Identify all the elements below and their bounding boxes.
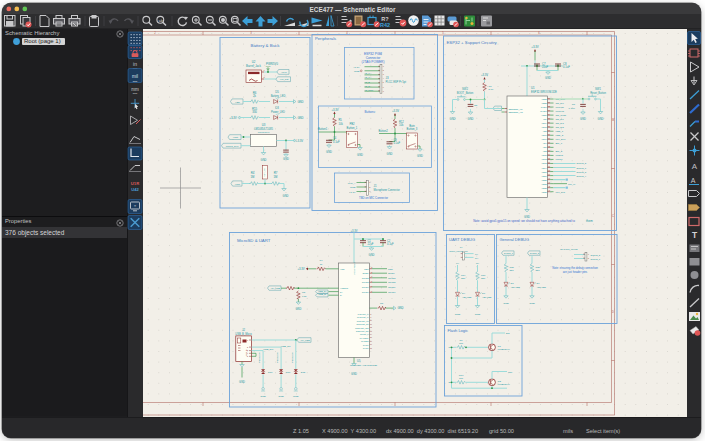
svg-text:C7: C7	[542, 61, 546, 65]
svg-text:IO14: IO14	[542, 166, 548, 168]
svg-text:GND: GND	[387, 151, 393, 155]
svg-text:ESP32-WROOM-32E: ESP32-WROOM-32E	[531, 89, 557, 93]
svg-text:+3.3V: +3.3V	[351, 228, 358, 232]
svg-text:D12: D12	[301, 370, 306, 373]
svg-text:RX: RX	[476, 262, 480, 264]
svg-text:D-: D-	[340, 294, 343, 296]
svg-text:Btn_1: Btn_1	[556, 142, 563, 145]
svg-text:NC: NC	[543, 118, 547, 120]
svg-text:VREGIN: VREGIN	[340, 287, 348, 289]
svg-text:IO16: IO16	[542, 138, 548, 140]
svg-text:RX: RX	[475, 256, 479, 258]
svg-text:Mic_CLK: Mic_CLK	[556, 138, 566, 141]
svg-text:C8: C8	[563, 61, 567, 65]
svg-text:GND: GND	[468, 117, 474, 121]
svg-text:General DEBUG: General DEBUG	[500, 236, 530, 241]
svg-text:▬▬: ▬▬	[133, 92, 138, 94]
svg-text:≡: ≡	[134, 204, 136, 208]
svg-text:are just header pins: are just header pins	[563, 269, 588, 273]
svg-text:SD_D1: SD_D1	[556, 118, 565, 121]
svg-text:U3: U3	[262, 123, 266, 127]
svg-text:GND: GND	[450, 117, 456, 121]
svg-text:GND: GND	[283, 194, 289, 198]
svg-text:GPIO1: GPIO1	[388, 285, 396, 288]
svg-text:GND: GND	[354, 69, 360, 72]
svg-text:+5V0: +5V0	[281, 70, 288, 73]
svg-text:10k: 10k	[339, 121, 344, 125]
svg-text:IO22: IO22	[542, 102, 548, 104]
svg-text:GPIO2: GPIO2	[388, 281, 396, 284]
svg-text:+3.3V: +3.3V	[296, 138, 304, 142]
svg-text:GND: GND	[297, 99, 303, 103]
svg-text:EN: EN	[506, 332, 510, 335]
svg-text:RST: RST	[388, 267, 393, 270]
svg-text:+3.3V: +3.3V	[297, 266, 304, 270]
svg-text:+3.3V: +3.3V	[531, 45, 539, 49]
svg-text:USB_B_Micro: USB_B_Micro	[235, 331, 252, 335]
svg-text:GND: GND	[475, 312, 481, 315]
svg-text:C9: C9	[394, 137, 398, 141]
svg-text:1: 1	[371, 279, 372, 281]
svg-text:IO27: IO27	[542, 170, 548, 172]
svg-text:GND: GND	[397, 306, 403, 310]
svg-text:Vbat: Vbat	[233, 135, 238, 138]
svg-text:WAKEUP: WAKEUP	[360, 336, 370, 338]
svg-text:+3.3V: +3.3V	[392, 109, 399, 113]
svg-text:R27: R27	[510, 265, 515, 268]
svg-text:0.1uF: 0.1uF	[394, 141, 401, 145]
svg-text:SUSP: SUSP	[363, 272, 369, 274]
svg-text:Button_3: Button_3	[407, 127, 418, 131]
svg-text:Debug_3: Debug_3	[577, 170, 587, 173]
svg-text:GPIO2: GPIO2	[362, 281, 369, 283]
svg-text:GPIO0: GPIO0	[388, 291, 396, 294]
svg-text:PB2: PB2	[349, 122, 355, 126]
svg-text:GND: GND	[239, 379, 245, 383]
svg-text:Button1: Button1	[318, 127, 328, 131]
svg-text:MicroSD & UART: MicroSD & UART	[237, 238, 271, 243]
svg-text:C4: C4	[333, 136, 337, 140]
svg-text:Vbat: Vbat	[235, 182, 240, 185]
svg-text:GPIO3: GPIO3	[362, 276, 369, 278]
svg-text:1: 1	[371, 289, 372, 291]
svg-text:+3.3V: +3.3V	[331, 107, 338, 111]
svg-text:B: B	[612, 117, 614, 121]
svg-text:LED_2: LED_2	[556, 134, 564, 137]
svg-text:0.1uF: 0.1uF	[563, 65, 570, 69]
svg-text:PESD5V0: PESD5V0	[276, 351, 279, 362]
svg-text:UART DEBUG: UART DEBUG	[449, 236, 475, 241]
svg-text:Debug_2: Debug_2	[577, 162, 587, 165]
svg-text:C: C	[612, 213, 614, 217]
svg-text:GND: GND	[545, 76, 551, 80]
svg-text:C1: C1	[368, 238, 372, 242]
svg-text:RST: RST	[364, 267, 369, 269]
svg-text:J5 Conn_01x02: J5 Conn_01x02	[560, 247, 578, 250]
svg-text:GPIO3: GPIO3	[388, 276, 396, 279]
svg-text:0.1uF: 0.1uF	[569, 106, 576, 109]
svg-text:IO12: IO12	[542, 162, 548, 164]
svg-text:RXD0: RXD0	[540, 110, 547, 112]
svg-text:0.1uF: 0.1uF	[333, 139, 340, 143]
svg-text:7: 7	[371, 275, 372, 277]
svg-text:Debug_4: Debug_4	[577, 174, 587, 177]
svg-text:0.1uF: 0.1uF	[387, 242, 394, 246]
svg-text:330: 330	[536, 269, 541, 272]
svg-text:Unreg_5V0: Unreg_5V0	[226, 144, 239, 147]
svg-text:+3.3V: +3.3V	[229, 115, 237, 119]
svg-text:SUSP: SUSP	[388, 272, 395, 275]
svg-text:A: A	[692, 162, 698, 171]
svg-text:U1: U1	[531, 86, 535, 90]
svg-text:Battery & Buck: Battery & Buck	[250, 42, 280, 47]
svg-text:PLCC ESP Pr 5pt: PLCC ESP Pr 5pt	[386, 79, 407, 83]
svg-text:U0TXD: U0TXD	[556, 106, 564, 109]
svg-text:U0RXD: U0RXD	[556, 110, 565, 113]
svg-text:Flash Logic: Flash Logic	[448, 328, 468, 333]
svg-text:LED_1: LED_1	[556, 130, 564, 133]
svg-text:SW1: SW1	[595, 87, 601, 91]
svg-text:Barrel_Jack: Barrel_Jack	[246, 63, 261, 67]
svg-text:D10: D10	[268, 370, 273, 373]
svg-text:R14: R14	[461, 273, 466, 276]
svg-text:IO0: IO0	[508, 370, 513, 373]
svg-text:GND: GND	[278, 395, 284, 398]
svg-text:T: T	[692, 230, 698, 240]
svg-text:mil: mil	[132, 74, 138, 79]
